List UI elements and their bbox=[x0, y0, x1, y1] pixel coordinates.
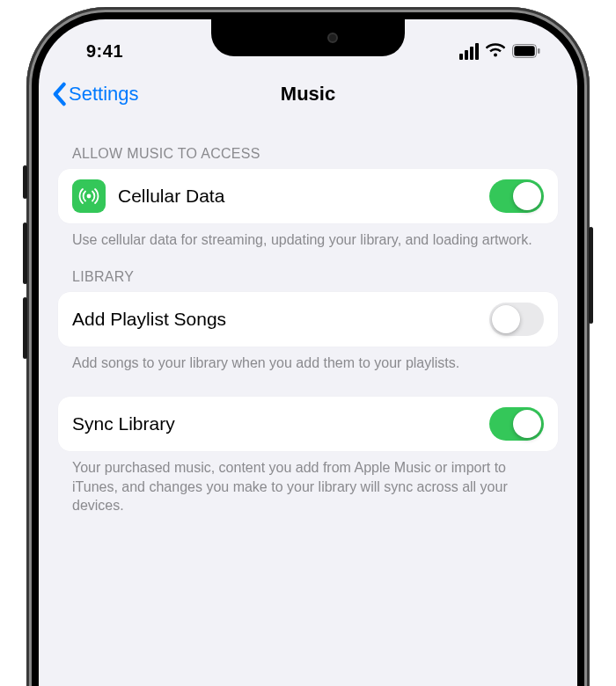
phone-frame: 9:41 Settings Music ALLOW MUSIC TO ACCES… bbox=[26, 7, 590, 686]
battery-icon bbox=[512, 44, 540, 58]
add-playlist-songs-label: Add Playlist Songs bbox=[72, 309, 489, 330]
screen: 9:41 Settings Music ALLOW MUSIC TO ACCES… bbox=[39, 19, 577, 686]
wifi-icon bbox=[486, 43, 505, 59]
section-footer-add-songs: Add songs to your library when you add t… bbox=[58, 347, 558, 373]
svg-point-3 bbox=[87, 194, 92, 199]
cellular-signal-icon bbox=[459, 43, 479, 60]
cellular-data-label: Cellular Data bbox=[118, 186, 489, 207]
section-footer-access: Use cellular data for streaming, updatin… bbox=[58, 223, 558, 250]
cellular-data-toggle[interactable] bbox=[489, 179, 544, 213]
svg-rect-2 bbox=[538, 48, 540, 54]
notch bbox=[211, 19, 405, 56]
svg-rect-1 bbox=[514, 46, 534, 55]
side-button bbox=[589, 227, 593, 324]
section-header-library: LIBRARY bbox=[58, 250, 558, 292]
section-header-access: ALLOW MUSIC TO ACCESS bbox=[58, 127, 558, 169]
row-sync-library[interactable]: Sync Library bbox=[58, 397, 558, 451]
side-button bbox=[23, 297, 27, 359]
side-button bbox=[23, 165, 27, 199]
back-button[interactable]: Settings bbox=[51, 82, 139, 106]
status-time: 9:41 bbox=[70, 41, 123, 62]
section-footer-sync: Your purchased music, content you add fr… bbox=[58, 451, 558, 515]
page-title: Music bbox=[281, 83, 335, 106]
sync-library-label: Sync Library bbox=[72, 413, 489, 434]
back-label: Settings bbox=[69, 83, 139, 106]
row-cellular-data[interactable]: Cellular Data bbox=[58, 169, 558, 223]
add-playlist-songs-toggle[interactable] bbox=[489, 303, 544, 336]
status-indicators bbox=[459, 43, 546, 60]
settings-content: ALLOW MUSIC TO ACCESS Cellular Data Use … bbox=[39, 118, 577, 515]
row-add-playlist-songs[interactable]: Add Playlist Songs bbox=[58, 292, 558, 347]
camera-icon bbox=[327, 33, 338, 43]
chevron-left-icon bbox=[51, 82, 67, 106]
side-button bbox=[23, 223, 27, 284]
sync-library-toggle[interactable] bbox=[489, 407, 544, 441]
cellular-antenna-icon bbox=[72, 179, 106, 213]
nav-bar: Settings Music bbox=[39, 70, 577, 118]
